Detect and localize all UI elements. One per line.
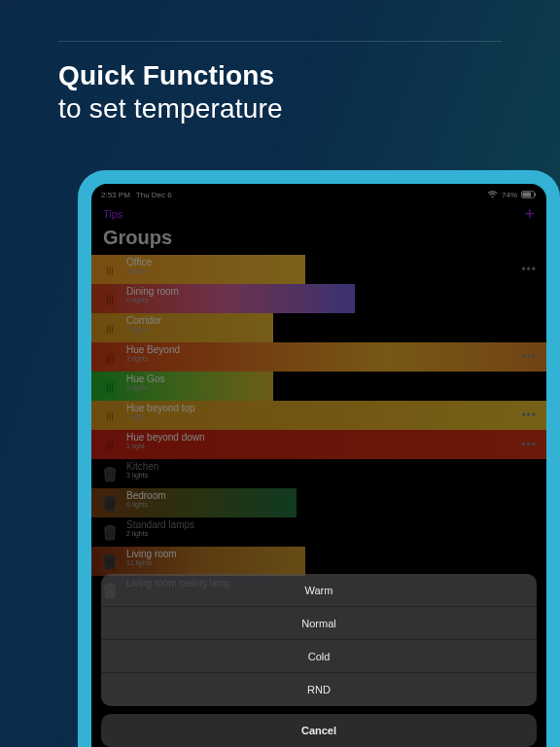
group-sublabel: 1 light (126, 413, 195, 420)
group-row[interactable]: Dining room6 lights (91, 284, 546, 313)
group-sublabel: 6 lights (126, 501, 166, 508)
trash-icon[interactable] (99, 259, 121, 280)
group-row[interactable]: Hue beyond top1 light••• (91, 401, 546, 430)
group-brightness-bar[interactable] (91, 488, 297, 517)
trash-icon[interactable] (99, 551, 121, 572)
group-row[interactable]: Hue Beyond2 lights••• (91, 342, 546, 372)
more-icon[interactable]: ••• (521, 401, 537, 430)
page-title: Groups (91, 227, 546, 255)
group-row[interactable]: Kitchen3 lights (91, 459, 546, 488)
trash-icon[interactable] (99, 463, 121, 484)
tips-button[interactable]: Tips (103, 208, 122, 220)
group-name: Hue beyond top (126, 403, 195, 413)
sheet-option-rnd[interactable]: RND (101, 673, 537, 706)
sheet-option-cold[interactable]: Cold (101, 640, 537, 673)
group-text: Standard lamps2 lights (126, 519, 194, 537)
cancel-button[interactable]: Cancel (101, 714, 537, 747)
add-button[interactable]: + (524, 207, 535, 221)
group-row[interactable]: Bedroom6 lights (91, 488, 546, 517)
headline-line1: Quick Functions (58, 60, 502, 91)
app-screen: 2:53 PM Thu Dec 6 74% Tips + Groups (91, 184, 546, 747)
group-sublabel: 1 light (126, 443, 205, 449)
group-text: Hue beyond down1 light (126, 432, 205, 449)
group-text: Living room11 lights (126, 549, 177, 566)
status-bar: 2:53 PM Thu Dec 6 74% (91, 184, 546, 201)
headline: Quick Functions to set temperature (58, 60, 502, 124)
group-name: Standard lamps (126, 519, 194, 530)
more-icon[interactable]: ••• (521, 255, 537, 284)
svg-rect-1 (523, 193, 532, 197)
group-name: Hue Beyond (126, 344, 180, 355)
action-sheet: WarmNormalColdRND Cancel (101, 574, 537, 747)
group-text: Dining room6 lights (126, 286, 179, 303)
group-text: Kitchen3 lights (126, 461, 158, 479)
group-name: Bedroom (126, 490, 166, 501)
trash-icon[interactable] (99, 375, 121, 397)
device-frame: 2:53 PM Thu Dec 6 74% Tips + Groups (78, 170, 560, 747)
group-text: Hue Gos2 lights (126, 374, 164, 391)
group-row[interactable]: Hue beyond down1 light••• (91, 430, 546, 459)
group-list: Office3 lights•••Dining room6 lightsCorr… (91, 255, 546, 605)
trash-icon[interactable] (99, 521, 121, 543)
trash-icon[interactable] (99, 492, 121, 514)
group-sublabel: 11 lights (126, 559, 177, 566)
app-body: 2:53 PM Thu Dec 6 74% Tips + Groups (91, 184, 546, 605)
group-name: Hue Gos (126, 374, 164, 384)
group-brightness-bar[interactable] (91, 255, 305, 284)
group-name: Hue beyond down (126, 432, 205, 443)
svg-rect-2 (535, 194, 536, 196)
group-name: Living room (126, 549, 177, 559)
status-time: 2:53 PM (101, 191, 130, 199)
group-row[interactable]: Living room11 lights (91, 547, 546, 576)
more-icon[interactable]: ••• (521, 430, 537, 459)
group-sublabel: 3 lights (126, 267, 152, 274)
group-text: Bedroom6 lights (126, 490, 166, 508)
group-text: Office3 lights (126, 257, 152, 274)
group-text: Corridor2 lights (126, 315, 161, 333)
battery-icon (521, 191, 537, 198)
divider (58, 41, 502, 42)
trash-icon[interactable] (99, 317, 121, 338)
group-row[interactable]: Standard lamps2 lights (91, 517, 546, 547)
action-sheet-options: WarmNormalColdRND (101, 574, 537, 706)
group-brightness-bar[interactable] (91, 547, 305, 576)
group-text: Hue Beyond2 lights (126, 344, 180, 362)
group-sublabel: 2 lights (126, 326, 161, 333)
group-sublabel: 2 lights (126, 530, 194, 537)
group-name: Office (126, 257, 152, 267)
status-battery-pct: 74% (502, 191, 517, 199)
group-row[interactable]: Corridor2 lights (91, 313, 546, 342)
group-name: Dining room (126, 286, 179, 297)
trash-icon[interactable] (99, 288, 121, 309)
wifi-icon (487, 191, 498, 198)
more-icon[interactable]: ••• (521, 342, 537, 372)
nav-bar: Tips + (91, 201, 546, 227)
group-name: Kitchen (126, 461, 158, 472)
group-text: Hue beyond top1 light (126, 403, 195, 420)
group-row[interactable]: Hue Gos2 lights (91, 372, 546, 401)
group-row[interactable]: Office3 lights••• (91, 255, 546, 284)
sheet-option-normal[interactable]: Normal (101, 607, 537, 640)
trash-icon[interactable] (99, 405, 121, 426)
trash-icon[interactable] (99, 434, 121, 455)
sheet-option-warm[interactable]: Warm (101, 574, 537, 607)
group-sublabel: 2 lights (126, 355, 180, 362)
headline-line2: to set temperature (58, 93, 502, 124)
trash-icon[interactable] (99, 346, 121, 368)
group-name: Corridor (126, 315, 161, 326)
group-sublabel: 3 lights (126, 472, 158, 479)
status-date: Thu Dec 6 (136, 191, 172, 199)
group-sublabel: 2 lights (126, 384, 164, 391)
group-sublabel: 6 lights (126, 297, 179, 303)
